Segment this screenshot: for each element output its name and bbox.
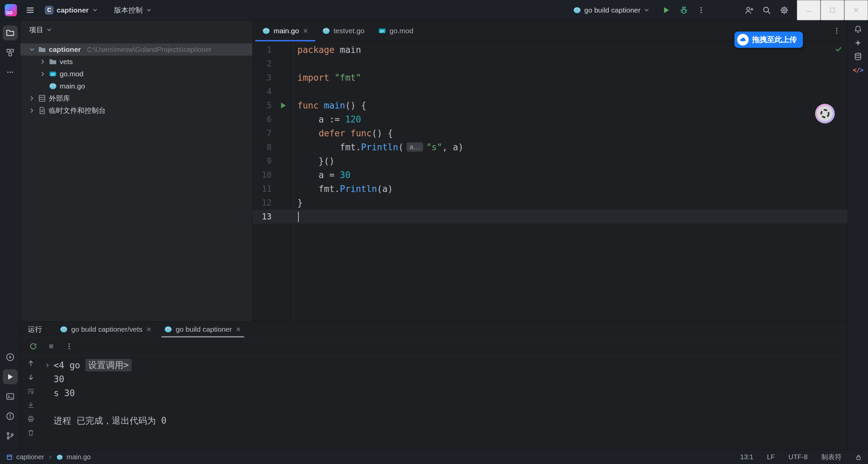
- run-toolwindow-title[interactable]: 运行: [28, 322, 42, 337]
- folded-setup-calls[interactable]: 设置调用>: [85, 359, 132, 371]
- run-main-gutter-icon[interactable]: [280, 102, 287, 109]
- line-number[interactable]: 1: [253, 45, 274, 55]
- window-maximize-button[interactable]: [821, 0, 844, 20]
- code-line[interactable]: 11 fmt.Println(a): [253, 182, 848, 196]
- run-config-selector[interactable]: go build captioner: [570, 4, 653, 16]
- inspections-ok-check-icon[interactable]: [835, 45, 842, 53]
- line-number[interactable]: 4: [253, 87, 274, 96]
- more-toolwindows-button[interactable]: [3, 65, 18, 80]
- terminal-toolwindow-button[interactable]: [3, 389, 18, 404]
- line-number[interactable]: 12: [253, 198, 274, 208]
- code-text[interactable]: import "fmt": [293, 73, 361, 83]
- line-number[interactable]: 2: [253, 59, 274, 69]
- caret-position[interactable]: 13:1: [740, 453, 753, 461]
- run-tab-captioner[interactable]: go build captioner: [158, 322, 248, 337]
- code-line[interactable]: 9 }(): [253, 154, 848, 168]
- editor-tab-testvetgo[interactable]: testvet.go: [315, 20, 371, 41]
- hamburger-menu-icon[interactable]: [26, 6, 35, 15]
- fold-expand-icon[interactable]: [44, 362, 51, 368]
- code-line[interactable]: 7 defer func() {: [253, 126, 848, 140]
- code-text[interactable]: func main() {: [293, 100, 367, 111]
- editor-tab-gomod[interactable]: go.mod: [371, 20, 420, 41]
- tree-row-external-libraries[interactable]: 外部库: [20, 92, 252, 104]
- netdisk-upload-dropzone[interactable]: 拖拽至此上传: [734, 32, 803, 48]
- tree-row-vets[interactable]: vets: [20, 56, 252, 68]
- chevron-right-icon[interactable]: [28, 95, 35, 102]
- soft-wrap-button[interactable]: [27, 387, 35, 395]
- indent-style[interactable]: 制表符: [821, 452, 842, 462]
- code-line[interactable]: 8 fmt.Println(a…"s", a): [253, 140, 848, 154]
- structure-toolwindow-button[interactable]: [3, 45, 18, 60]
- chevron-right-icon[interactable]: [28, 107, 35, 114]
- code-text[interactable]: fmt.Println(a): [293, 184, 393, 194]
- line-number[interactable]: 9: [253, 156, 274, 166]
- git-toolwindow-button[interactable]: [3, 428, 18, 443]
- clear-console-button[interactable]: [27, 429, 35, 437]
- run-options-kebab-icon[interactable]: [65, 342, 73, 350]
- chevron-right-icon[interactable]: [39, 58, 46, 65]
- vcs-menu[interactable]: 版本控制: [111, 3, 155, 17]
- code-line[interactable]: 13: [253, 210, 848, 224]
- line-number[interactable]: 5: [253, 101, 274, 110]
- run-toolwindow-button[interactable]: [3, 369, 18, 384]
- settings-gear-icon[interactable]: [780, 6, 789, 15]
- close-tab-icon[interactable]: [302, 28, 309, 34]
- code-text[interactable]: package main: [293, 45, 361, 55]
- line-number[interactable]: 10: [253, 170, 274, 180]
- code-text[interactable]: }(): [293, 156, 335, 166]
- scroll-to-end-button[interactable]: [27, 401, 35, 409]
- code-text[interactable]: a := 120: [293, 114, 361, 124]
- run-tab-vets[interactable]: go build captioner/vets: [54, 322, 158, 337]
- tree-row-maingo[interactable]: main.go: [20, 80, 252, 92]
- line-number[interactable]: 13: [253, 212, 274, 221]
- window-close-button[interactable]: [844, 0, 868, 20]
- statusbar-project[interactable]: captioner: [16, 453, 44, 461]
- chevron-down-icon[interactable]: [28, 46, 35, 53]
- code-line[interactable]: 3import "fmt": [253, 71, 848, 84]
- code-line[interactable]: 2: [253, 57, 848, 71]
- line-ending[interactable]: LF: [767, 453, 775, 461]
- rerun-button[interactable]: [29, 342, 37, 350]
- run-button[interactable]: [662, 6, 671, 15]
- more-actions-button[interactable]: [697, 6, 705, 14]
- code-line[interactable]: 10 a = 30: [253, 168, 848, 182]
- project-selector[interactable]: C captioner: [41, 4, 101, 17]
- code-text[interactable]: a = 30: [293, 170, 351, 180]
- next-occurrence-button[interactable]: [27, 373, 35, 381]
- problems-toolwindow-button[interactable]: [3, 409, 18, 424]
- project-panel-header[interactable]: 项目: [20, 20, 252, 39]
- editor-tab-maingo[interactable]: main.go: [255, 20, 315, 41]
- statusbar-file[interactable]: main.go: [66, 453, 91, 461]
- services-toolwindow-button[interactable]: [3, 350, 18, 365]
- code-text[interactable]: }: [293, 198, 303, 208]
- window-minimize-button[interactable]: [797, 0, 821, 20]
- line-number[interactable]: 11: [253, 184, 274, 194]
- notifications-bell-icon[interactable]: [854, 25, 862, 34]
- close-tab-icon[interactable]: [235, 326, 241, 332]
- ai-assistant-icon[interactable]: [854, 39, 862, 47]
- search-everywhere-icon[interactable]: [762, 6, 771, 15]
- readonly-lock-icon[interactable]: [855, 454, 862, 461]
- code-line[interactable]: 12}: [253, 196, 848, 210]
- floating-assistant-ball[interactable]: [814, 103, 835, 124]
- tree-row-scratches[interactable]: 临时文件和控制台: [20, 104, 252, 117]
- line-number[interactable]: 7: [253, 129, 274, 138]
- code-line[interactable]: 4: [253, 84, 848, 98]
- code-line[interactable]: 5func main() {: [253, 98, 848, 112]
- code-text[interactable]: defer func() {: [293, 128, 393, 138]
- code-text[interactable]: [293, 212, 299, 222]
- code-line[interactable]: 6 a := 120: [253, 112, 848, 126]
- code-editor[interactable]: 1package main23import "fmt"45func main()…: [253, 41, 848, 321]
- code-with-me-icon[interactable]: [745, 6, 753, 15]
- debug-button[interactable]: [679, 6, 688, 15]
- project-toolwindow-button[interactable]: [3, 25, 18, 40]
- code-plugin-icon[interactable]: </>: [853, 66, 863, 74]
- tree-row-gomod[interactable]: go.mod: [20, 68, 252, 80]
- line-number[interactable]: 6: [253, 115, 274, 124]
- file-encoding[interactable]: UTF-8: [788, 453, 808, 461]
- database-toolwindow-button[interactable]: [854, 52, 862, 61]
- line-number[interactable]: 3: [253, 73, 274, 82]
- previous-occurrence-button[interactable]: [27, 360, 35, 367]
- editor-options-kebab-icon[interactable]: [833, 27, 841, 35]
- line-number[interactable]: 8: [253, 142, 274, 152]
